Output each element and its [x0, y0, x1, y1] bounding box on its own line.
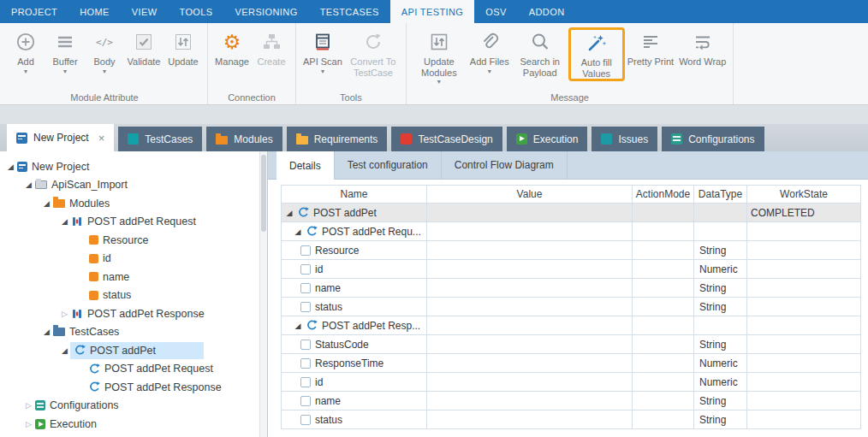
expander-icon[interactable]: ◢ — [285, 209, 294, 217]
doc-tab-testcases[interactable]: TestCases — [118, 127, 202, 151]
cell-name[interactable]: ResponseTime — [282, 354, 427, 373]
tree-item-testcases[interactable]: ◢ TestCases — [0, 323, 267, 342]
cell-workstate[interactable] — [747, 279, 861, 298]
cell-workstate[interactable] — [747, 241, 861, 260]
doc-tab-modules[interactable]: Modules — [206, 127, 282, 151]
tree-item-configurations[interactable]: ▷ Configurations — [0, 397, 267, 416]
menu-tab-project[interactable]: PROJECT — [0, 0, 68, 23]
cell-actionmode[interactable] — [633, 222, 694, 241]
column-header-actionmode[interactable]: ActionMode — [633, 186, 694, 204]
cell-workstate[interactable] — [747, 335, 861, 354]
checkbox[interactable] — [300, 396, 311, 406]
cell-datatype[interactable] — [694, 316, 747, 335]
cell-workstate[interactable] — [747, 354, 861, 373]
cell-value[interactable] — [427, 279, 633, 298]
update-button[interactable]: Update — [163, 27, 203, 69]
cell-workstate[interactable] — [747, 316, 861, 335]
cell-name[interactable]: StatusCode — [282, 335, 427, 354]
tree-item-new-project[interactable]: ◢ New Project — [0, 157, 267, 176]
column-header-name[interactable]: Name — [282, 186, 427, 204]
update-modules-button[interactable]: Update Modules ▾ — [411, 27, 467, 87]
cell-datatype[interactable]: String — [694, 279, 747, 298]
cell-actionmode[interactable] — [633, 260, 694, 279]
cell-name[interactable]: ◢ POST addPet — [282, 204, 427, 222]
cell-actionmode[interactable] — [633, 335, 694, 354]
dropdown-caret-icon[interactable]: ▾ — [24, 68, 27, 75]
doc-tab-requirements[interactable]: Requirements — [287, 127, 388, 151]
cell-name[interactable]: status — [282, 410, 427, 429]
checkbox[interactable] — [300, 302, 311, 312]
cell-workstate[interactable] — [747, 260, 861, 279]
tab-control-flow-diagram[interactable]: Control Flow Diagram — [442, 151, 568, 179]
cell-value[interactable] — [427, 298, 633, 316]
cell-workstate[interactable]: COMPLETED — [747, 204, 861, 222]
cell-workstate[interactable] — [747, 373, 861, 392]
buffer-button[interactable]: Buffer ▾ — [45, 27, 85, 77]
create-button[interactable]: Create — [252, 27, 291, 69]
cell-name[interactable]: id — [282, 260, 427, 279]
cell-actionmode[interactable] — [633, 354, 694, 373]
cell-name[interactable]: name — [282, 279, 427, 298]
menu-tab-home[interactable]: HOME — [68, 0, 121, 23]
checkbox[interactable] — [300, 340, 311, 350]
tree-item-post-addpet-response[interactable]: ▷ POST addPet Response — [0, 304, 267, 323]
cell-name[interactable]: name — [282, 392, 427, 410]
cell-value[interactable] — [427, 354, 633, 373]
expander-icon[interactable]: ◢ — [59, 346, 70, 355]
menu-tab-osv[interactable]: OSV — [474, 0, 517, 23]
add-files-button[interactable]: Add Files ▾ — [467, 27, 512, 77]
column-header-workstate[interactable]: WorkState — [747, 186, 861, 204]
cell-datatype[interactable]: String — [694, 298, 747, 316]
cell-datatype[interactable]: String — [694, 392, 747, 410]
tab-test-configuration[interactable]: Test configuration — [335, 151, 442, 179]
cell-datatype[interactable]: String — [694, 241, 747, 260]
body-button[interactable]: </> Body ▾ — [85, 27, 124, 77]
expander-icon[interactable]: ◢ — [294, 322, 302, 330]
dropdown-caret-icon[interactable]: ▾ — [103, 68, 106, 75]
cell-actionmode[interactable] — [633, 410, 694, 429]
cell-actionmode[interactable] — [633, 298, 694, 316]
cell-value[interactable] — [427, 335, 633, 354]
cell-name[interactable]: status — [282, 298, 427, 316]
doc-tab-execution[interactable]: Execution — [507, 127, 588, 151]
menu-tab-testcases[interactable]: TESTCASES — [309, 0, 390, 23]
word-wrap-button[interactable]: Word Wrap — [676, 27, 728, 69]
cell-value[interactable] — [427, 222, 633, 241]
cell-datatype[interactable]: String — [694, 335, 747, 354]
menu-tab-addon[interactable]: ADDON — [518, 0, 576, 23]
checkbox[interactable] — [300, 264, 311, 275]
close-icon[interactable]: × — [98, 132, 105, 145]
dropdown-caret-icon[interactable]: ▾ — [437, 79, 441, 86]
expander-icon[interactable]: ◢ — [5, 162, 16, 171]
tree-item-id[interactable]: ▷ id — [0, 250, 267, 269]
auto-fill-values-button[interactable]: Auto fill Values — [568, 27, 625, 81]
checkbox[interactable] — [300, 415, 311, 425]
expander-icon[interactable]: ◢ — [294, 227, 302, 236]
expander-icon[interactable]: ◢ — [41, 199, 52, 208]
menu-tab-versioning[interactable]: VERSIONING — [224, 0, 309, 23]
tree-item-apiscan-import[interactable]: ◢ ApiScan_Import — [0, 176, 267, 195]
tree-item-post-addpet-request-tc[interactable]: ▷ POST addPet Request — [0, 360, 267, 379]
cell-actionmode[interactable] — [633, 316, 694, 335]
expander-icon[interactable]: ▷ — [23, 401, 34, 410]
cell-value[interactable] — [427, 373, 633, 392]
cell-value[interactable] — [427, 241, 633, 260]
column-header-value[interactable]: Value — [427, 186, 633, 204]
cell-workstate[interactable] — [747, 222, 861, 241]
checkbox[interactable] — [300, 245, 311, 256]
tree-item-resource[interactable]: ▷ Resource — [0, 231, 267, 250]
menu-tab-tools[interactable]: TOOLS — [168, 0, 223, 23]
pretty-print-button[interactable]: Pretty Print — [625, 27, 676, 69]
cell-value[interactable] — [427, 410, 633, 429]
search-in-payload-button[interactable]: Search in Payload — [512, 27, 568, 80]
tree-item-name[interactable]: ▷ name — [0, 268, 267, 286]
menu-tab-view[interactable]: VIEW — [121, 0, 169, 23]
tree-scrollbar[interactable] — [259, 151, 267, 437]
tab-details[interactable]: Details — [276, 151, 335, 180]
cell-workstate[interactable] — [747, 392, 861, 410]
tree-item-modules[interactable]: ◢ Modules — [0, 194, 267, 213]
doc-tab-issues[interactable]: Issues — [592, 127, 657, 151]
checkbox[interactable] — [300, 283, 311, 293]
tree-item-post-addpet-request[interactable]: ◢ POST addPet Request — [0, 213, 267, 232]
convert-to-testcase-button[interactable]: Convert To TestCase — [345, 27, 401, 80]
